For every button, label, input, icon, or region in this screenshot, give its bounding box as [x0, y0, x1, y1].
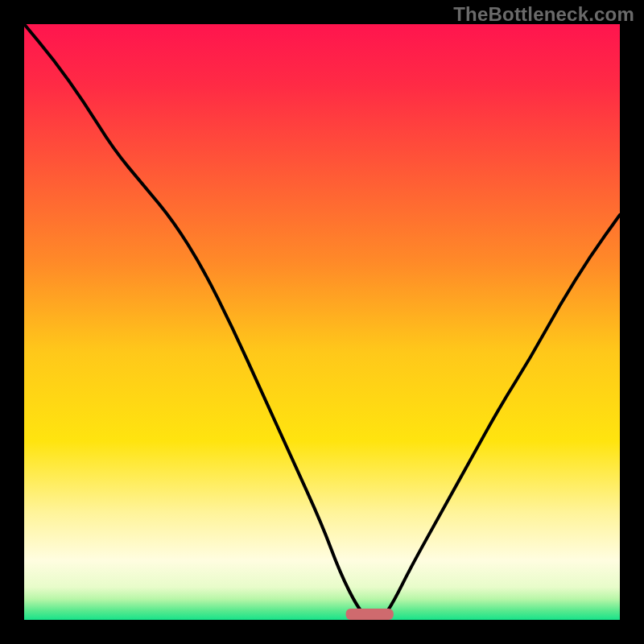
optimal-marker — [346, 609, 394, 620]
bottleneck-chart — [0, 0, 644, 644]
chart-frame: TheBottleneck.com — [0, 0, 644, 644]
plot-background — [24, 24, 620, 620]
